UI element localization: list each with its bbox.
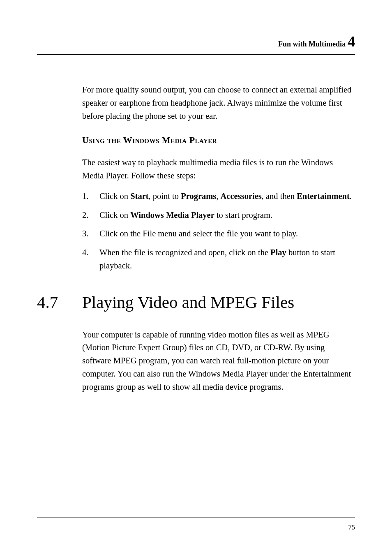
page-number: 75 bbox=[348, 523, 355, 532]
content-area: For more quality sound output, you can c… bbox=[37, 83, 355, 393]
section-title: Playing Video and MPEG Files bbox=[82, 292, 294, 312]
step-text: Click on Windows Media Player to start p… bbox=[99, 209, 355, 222]
header-chapter-number: 4 bbox=[348, 33, 355, 50]
page-header: Fun with Multimedia 4 bbox=[37, 33, 355, 50]
subsection-rule bbox=[82, 147, 355, 147]
step-4: 4. When the file is recognized and open,… bbox=[82, 246, 355, 273]
step-text: Click on Start, point to Programs, Acces… bbox=[99, 190, 355, 203]
step-number: 4. bbox=[82, 246, 99, 273]
steps-list: 1. Click on Start, point to Programs, Ac… bbox=[82, 190, 355, 273]
header-chapter-title: Fun with Multimedia bbox=[278, 40, 346, 49]
subsection-heading: Using the Windows Media Player bbox=[82, 135, 355, 146]
step-text: Click on the File menu and select the fi… bbox=[99, 227, 355, 240]
footer-rule bbox=[37, 518, 355, 518]
header-rule bbox=[37, 54, 355, 55]
heading-text: Using the Windows Media Player bbox=[82, 135, 217, 145]
section-number: 4.7 bbox=[37, 292, 82, 312]
step-number: 1. bbox=[82, 190, 99, 203]
step-2: 2. Click on Windows Media Player to star… bbox=[82, 209, 355, 222]
paragraph-intro: For more quality sound output, you can c… bbox=[82, 83, 355, 122]
step-3: 3. Click on the File menu and select the… bbox=[82, 227, 355, 240]
step-text: When the file is recognized and open, cl… bbox=[99, 246, 355, 273]
section-title-row: 4.7 Playing Video and MPEG Files bbox=[37, 292, 355, 312]
step-number: 2. bbox=[82, 209, 99, 222]
paragraph-section-body: Your computer is capable of running vide… bbox=[82, 328, 355, 394]
step-1: 1. Click on Start, point to Programs, Ac… bbox=[82, 190, 355, 203]
paragraph-intro-steps: The easiest way to playback multimedia m… bbox=[82, 156, 355, 183]
step-number: 3. bbox=[82, 227, 99, 240]
